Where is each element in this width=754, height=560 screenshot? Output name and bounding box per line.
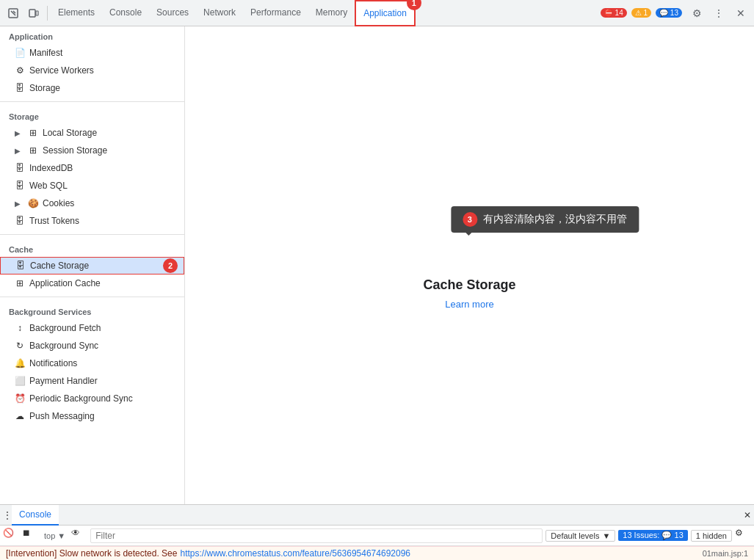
settings-icon[interactable]: ⚙ (686, 3, 707, 23)
console-tab-bar: ⋮ Console ✕ (0, 505, 754, 526)
sidebar-item-indexeddb[interactable]: 🗄 IndexedDB (0, 159, 184, 177)
learn-more-link[interactable]: Learn more (445, 299, 493, 310)
tab-elements[interactable]: Elements (51, 0, 102, 26)
main-content: Application 📄 Manifest ⚙ Service Workers… (0, 26, 754, 504)
sidebar-item-periodic-bg-sync[interactable]: ⏰ Periodic Background Sync (0, 390, 184, 407)
tab-performance[interactable]: Performance (243, 0, 308, 26)
sidebar-item-background-sync[interactable]: ↻ Background Sync (0, 337, 184, 354)
console-tab[interactable]: Console (12, 505, 59, 526)
tab-memory[interactable]: Memory (308, 0, 355, 26)
panel-content: 3 有内容清除内容，没内容不用管 Cache Storage Learn mor… (185, 26, 754, 504)
sidebar-item-application-cache[interactable]: ⊞ Application Cache (0, 274, 184, 292)
top-tab-bar: Elements Console Sources Network Perform… (0, 0, 754, 26)
console-eye-icon[interactable]: 👁 (71, 528, 87, 544)
warning-badge[interactable]: ⚠ 1 (631, 8, 651, 18)
trust-tokens-icon: 🗄 (15, 216, 25, 226)
console-stop-icon[interactable]: ⏹ (22, 528, 38, 544)
session-storage-icon: ⊞ (28, 145, 38, 156)
sidebar-item-session-storage[interactable]: ▶ ⊞ Session Storage (0, 142, 184, 159)
console-levels-btn[interactable]: Default levels ▼ (545, 530, 615, 542)
console-log-link[interactable]: https://www.chromestatus.com/feature/563… (180, 548, 410, 559)
console-toolbar: 🚫 ⏹ top ▼ 👁 Default levels ▼ 13 Issues: … (0, 526, 754, 546)
svg-rect-2 (36, 11, 38, 15)
console-issues-btn[interactable]: 13 Issues: 💬 13 (618, 530, 688, 541)
tab-divider (47, 6, 48, 21)
annotation-1: 1 (407, 0, 421, 10)
expand-session-storage-arrow[interactable]: ▶ (15, 147, 23, 155)
console-settings-icon[interactable]: ⚙ (735, 528, 751, 544)
divider-2 (0, 234, 184, 235)
manifest-icon: 📄 (15, 48, 25, 58)
service-workers-icon: ⚙ (15, 65, 25, 76)
storage-icon: 🗄 (15, 83, 25, 93)
console-log-text: [Intervention] Slow network is detected.… (6, 548, 177, 559)
svg-rect-1 (29, 10, 35, 17)
background-sync-icon: ↻ (15, 341, 25, 351)
sidebar-item-notifications[interactable]: 🔔 Notifications (0, 354, 184, 372)
notifications-icon: 🔔 (15, 358, 25, 368)
websql-icon: 🗄 (15, 181, 25, 191)
error-badge[interactable]: ⛔ 14 (601, 8, 627, 18)
sidebar-item-websql[interactable]: 🗄 Web SQL (0, 177, 184, 194)
tab-console[interactable]: Console (102, 0, 149, 26)
divider-3 (0, 297, 184, 297)
console-close-btn[interactable]: ✕ (744, 510, 751, 520)
console-hidden-btn[interactable]: 1 hidden (691, 530, 732, 542)
close-icon[interactable]: ✕ (731, 3, 751, 23)
sidebar-item-payment-handler[interactable]: ⬜ Payment Handler (0, 372, 184, 390)
sidebar-item-background-fetch[interactable]: ↕ Background Fetch (0, 319, 184, 337)
console-filter-input[interactable] (90, 528, 543, 543)
local-storage-icon: ⊞ (28, 128, 38, 138)
application-cache-icon: ⊞ (15, 278, 25, 288)
console-menu-icon[interactable]: ⋮ (3, 510, 12, 520)
indexeddb-icon: 🗄 (15, 163, 25, 173)
periodic-bg-sync-icon: ⏰ (15, 393, 25, 404)
expand-cookies-arrow[interactable]: ▶ (15, 200, 23, 208)
console-log-line: [Intervention] Slow network is detected.… (0, 546, 754, 560)
divider-1 (0, 101, 184, 102)
console-clear-icon[interactable]: 🚫 (3, 528, 19, 544)
annotation-3: 3 (463, 212, 477, 227)
panel-title: Cache Storage (423, 277, 515, 293)
console-top-label: top ▼ (41, 531, 68, 540)
annotation-2: 2 (163, 258, 178, 273)
device-icon[interactable] (23, 3, 44, 23)
tab-network[interactable]: Network (196, 0, 243, 26)
sidebar-item-cookies[interactable]: ▶ 🍪 Cookies (0, 194, 184, 212)
cache-storage-icon: 🗄 (15, 261, 26, 271)
sidebar-item-local-storage[interactable]: ▶ ⊞ Local Storage (0, 124, 184, 142)
background-fetch-icon: ↕ (15, 323, 25, 333)
expand-local-storage-arrow[interactable]: ▶ (15, 129, 23, 137)
payment-handler-icon: ⬜ (15, 376, 25, 386)
more-icon[interactable]: ⋮ (708, 3, 729, 23)
tab-sources[interactable]: Sources (149, 0, 196, 26)
console-area: ⋮ Console ✕ 🚫 ⏹ top ▼ 👁 Default levels ▼… (0, 504, 754, 560)
sidebar-item-cache-storage[interactable]: 🗄 Cache Storage 2 (0, 257, 184, 274)
sidebar-section-bg-services: Background Services (0, 302, 184, 319)
sidebar-item-storage[interactable]: 🗄 Storage (0, 79, 184, 97)
tab-application[interactable]: Application 1 (355, 0, 416, 26)
console-log-source: 01main.jsp:1 (703, 549, 748, 558)
sidebar-item-manifest[interactable]: 📄 Manifest (0, 44, 184, 62)
push-messaging-icon: ☁ (15, 411, 25, 421)
sidebar-item-trust-tokens[interactable]: 🗄 Trust Tokens (0, 212, 184, 230)
inspect-icon[interactable] (3, 3, 23, 23)
sidebar-section-cache: Cache (0, 239, 184, 257)
sidebar-section-application: Application (0, 26, 184, 44)
sidebar-section-storage: Storage (0, 106, 184, 124)
message-badge[interactable]: 💬 13 (656, 8, 682, 18)
cookies-icon: 🍪 (28, 198, 38, 208)
sidebar-item-push-messaging[interactable]: ☁ Push Messaging (0, 407, 184, 425)
top-tabs-right: ⛔ 14 ⚠ 1 💬 13 ⚙ ⋮ ✕ (601, 3, 751, 23)
sidebar-item-service-workers[interactable]: ⚙ Service Workers (0, 62, 184, 79)
tooltip-bubble: 3 有内容清除内容，没内容不用管 (451, 206, 639, 233)
sidebar: Application 📄 Manifest ⚙ Service Workers… (0, 26, 185, 504)
